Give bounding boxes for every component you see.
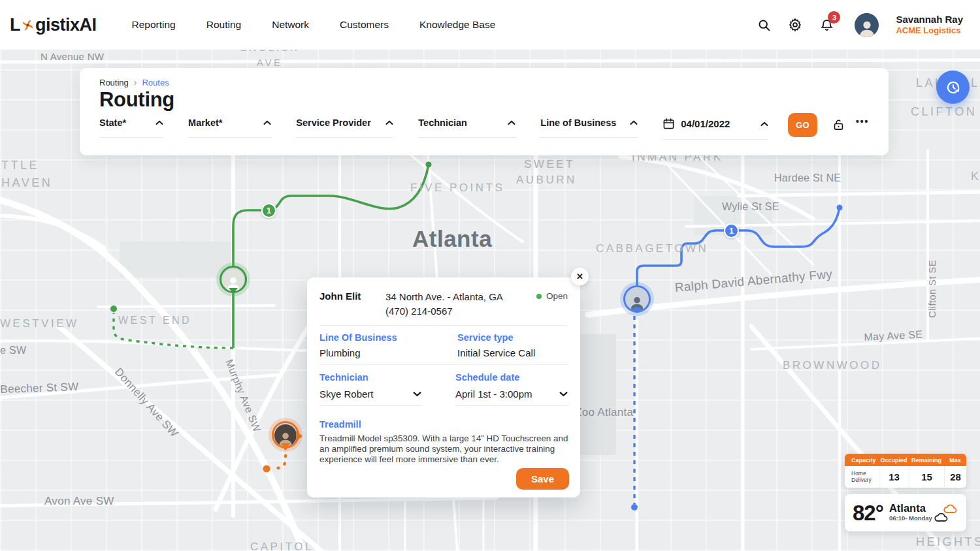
gear-icon[interactable] [787, 16, 804, 33]
map-label: SWEET [524, 158, 575, 171]
capacity-header: Remaining [909, 457, 944, 464]
lock-icon[interactable] [832, 118, 845, 134]
app-root: N Avenue NWENGLISHAVETTLEHAVENSWEETAUBUR… [0, 0, 980, 551]
breadcrumb-routes[interactable]: Routes [142, 78, 169, 87]
capacity-header: Occupied [879, 457, 909, 464]
bell-icon[interactable]: 3 [818, 16, 835, 33]
route-stop-badge-blue: 1 [724, 223, 739, 238]
zoo-park-patch [578, 334, 616, 455]
map-label: CABBAGETOWN [596, 242, 708, 255]
map-label: e SW [0, 345, 26, 356]
technician-pin-blue[interactable] [623, 285, 651, 313]
filter-service-provider[interactable]: Service Provider [296, 118, 393, 138]
user-org: ACME Logistics [896, 25, 963, 36]
breadcrumb-routing[interactable]: Routing [99, 78, 129, 87]
map-label: Zoo Atlanta [575, 406, 633, 419]
person-avatar [222, 269, 244, 291]
map-label: Donnelly Ave SW [112, 366, 181, 440]
schedule-date-select[interactable]: April 1st - 3:00pm [455, 388, 568, 406]
map-label: N Avenue NW [41, 51, 104, 62]
status-label: Open [546, 291, 568, 301]
app-logo[interactable]: L gistixAI [10, 15, 97, 35]
search-icon[interactable] [755, 16, 772, 33]
cloud-icon [934, 503, 959, 523]
filter-technician[interactable]: Technician [418, 118, 515, 138]
capacity-header-row: Capacity Occupied Remaining Max [845, 454, 966, 466]
nav-item-customers[interactable]: Customers [340, 19, 389, 31]
route-stop-badge-green: 1 [261, 203, 276, 218]
map-label: BROWNWOOD [783, 359, 881, 372]
nav-item-routing[interactable]: Routing [206, 19, 241, 31]
logo-suffix: gistixAI [35, 15, 97, 35]
person-avatar [626, 289, 648, 311]
capacity-occupied: 13 [879, 466, 909, 488]
logo-swirl-icon [21, 18, 35, 32]
map-label: WESTVIEW [0, 317, 79, 330]
map-label: FIVE POINTS [410, 181, 504, 195]
route-green-dashed [114, 313, 233, 348]
status-dot [536, 294, 542, 299]
map-label: WEST END [118, 315, 191, 326]
calendar-icon [662, 118, 675, 130]
map-label: AVE [257, 57, 282, 68]
save-button[interactable]: Save [516, 468, 569, 490]
chevron-down-icon [559, 391, 568, 397]
customer-contact: 34 North Ave. - Atlanta, GA (470) 214-05… [385, 290, 503, 318]
nav-item-network[interactable]: Network [272, 19, 309, 31]
user-meta[interactable]: Savannah Ray ACME Logistics [896, 14, 963, 36]
map-label: CLIFTON [911, 105, 977, 119]
capacity-max: 28 [944, 466, 966, 488]
map-label: Murphy Ave SW [223, 358, 263, 433]
close-icon[interactable]: ✕ [571, 268, 589, 285]
logo-prefix: L [10, 15, 20, 35]
ellipsis-icon[interactable]: ••• [856, 116, 869, 127]
person-avatar [274, 424, 297, 447]
filter-market[interactable]: Market* [188, 118, 271, 138]
customer-phone: (470) 214-0567 [385, 304, 503, 319]
nav-item-knowledge-base[interactable]: Knowledge Base [419, 19, 495, 31]
capacity-row-label: Home Delivery [845, 466, 879, 488]
job-fields-top: Line Of Business Plumbing Service type I… [307, 326, 580, 364]
filter-line-of-business[interactable]: Line of Business [540, 118, 638, 138]
map-label: CAPITOL [250, 541, 314, 551]
date-picker[interactable]: 04/01/2022 [662, 118, 768, 140]
technician-pin-green[interactable] [220, 266, 247, 293]
customer-name: John Elit [319, 290, 385, 302]
map-label: KI [971, 170, 980, 183]
map-label: HEIGHTS [916, 535, 980, 549]
weather-time: 06:10- Monday [889, 514, 932, 523]
go-button[interactable]: GO [788, 113, 817, 137]
weather-widget: 82° Atlanta 06:10- Monday [845, 494, 966, 531]
chevron-down-icon [413, 391, 421, 397]
capacity-header: Capacity [845, 457, 879, 464]
route-history-button[interactable] [936, 71, 970, 104]
breadcrumb: Routing › Routes [99, 77, 869, 87]
job-fields-bottom: Technician Skye Robert Schedule date Apr… [307, 365, 580, 412]
map-label: HAVEN [1, 176, 52, 190]
chevron-up-icon [760, 121, 768, 127]
map-label: AUBURN [516, 174, 577, 187]
service-type-label: Service type [457, 332, 568, 343]
capacity-row: Home Delivery 13 15 28 [845, 466, 966, 488]
map-label: May Ave SE [864, 328, 923, 343]
capacity-header: Max [944, 457, 966, 464]
routing-panel: Routing › Routes Routing State* Market* … [80, 68, 889, 155]
service-type-value: Initial Service Call [457, 347, 568, 358]
product-section: Treadmill Treadmill Model sp35309. With … [307, 412, 580, 465]
technician-select[interactable]: Skye Robert [319, 388, 421, 406]
user-avatar[interactable] [855, 13, 879, 37]
job-header: John Elit 34 North Ave. - Atlanta, GA (4… [307, 277, 580, 325]
filter-state[interactable]: State* [99, 118, 163, 138]
technician-pin-orange[interactable] [272, 421, 299, 449]
map-label: Avon Ave SW [44, 495, 114, 508]
nav-item-reporting[interactable]: Reporting [132, 19, 176, 31]
map-label: Ralph David Abernathy Fwy [674, 267, 833, 295]
customer-address: 34 North Ave. - Atlanta, GA [385, 290, 503, 304]
top-navbar: L gistixAI Reporting Routing Network Cus… [0, 0, 980, 50]
status-badge: Open [536, 290, 568, 301]
map-label: Hardee St NE [774, 172, 841, 184]
date-value: 04/01/2022 [681, 118, 730, 129]
nav-links: Reporting Routing Network Customers Know… [132, 19, 496, 31]
line-of-business-label: Line Of Business [319, 332, 457, 343]
breadcrumb-separator: › [134, 77, 137, 87]
